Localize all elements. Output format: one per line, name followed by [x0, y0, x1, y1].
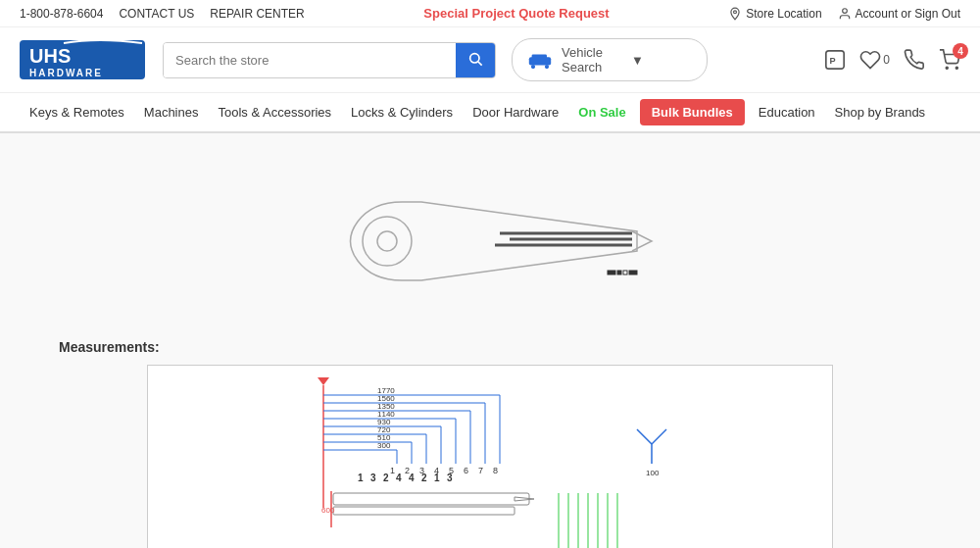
phone-number[interactable]: 1-800-878-6604: [20, 7, 103, 21]
main-content: Measurements: 1770 1560 1350 1140 930 7: [0, 133, 980, 548]
svg-point-13: [946, 67, 948, 69]
top-bar-left: 1-800-878-6604 CONTACT US REPAIR CENTER: [20, 7, 305, 21]
svg-text:6: 6: [464, 466, 468, 475]
svg-line-95: [652, 429, 666, 444]
top-bar-right: Store Location Account or Sign Out: [728, 7, 960, 21]
svg-text:4: 4: [396, 473, 402, 483]
nav-bulk-bundles[interactable]: Bulk Bundles: [640, 99, 745, 125]
svg-text:8: 8: [493, 466, 498, 475]
cart-icon-btn[interactable]: 4: [939, 49, 960, 71]
svg-text:300: 300: [377, 441, 391, 450]
svg-point-15: [363, 217, 412, 266]
svg-text:3: 3: [447, 473, 453, 483]
key-image-container: [304, 173, 676, 310]
search-icon: [467, 51, 483, 67]
svg-point-9: [531, 65, 535, 69]
svg-text:7: 7: [478, 466, 483, 475]
svg-marker-24: [318, 377, 329, 385]
store-location-link[interactable]: Store Location: [728, 7, 821, 21]
svg-rect-66: [333, 493, 529, 505]
nav-locks-cylinders[interactable]: Locks & Cylinders: [341, 93, 463, 131]
header-icons: P 0 4: [824, 49, 960, 71]
header: UHS HARDWARE Vehicle Search ▼: [0, 27, 980, 93]
logo-svg: UHS HARDWARE: [20, 35, 147, 84]
measurements-label: Measurements:: [59, 339, 941, 355]
svg-point-10: [545, 65, 549, 69]
svg-rect-20: [608, 271, 615, 274]
nav-education[interactable]: Education: [749, 93, 825, 131]
phone-icon: [904, 49, 925, 71]
svg-text:HARDWARE: HARDWARE: [29, 68, 103, 78]
contact-link[interactable]: CONTACT US: [119, 7, 194, 21]
key-image-area: [39, 153, 941, 320]
svg-rect-21: [617, 271, 621, 274]
svg-text:P: P: [830, 56, 836, 66]
svg-marker-68: [514, 497, 534, 501]
svg-point-1: [842, 8, 847, 13]
svg-point-0: [734, 10, 737, 13]
key-diagram-image: [304, 173, 676, 310]
nav-tools-accessories[interactable]: Tools & Accessories: [208, 93, 341, 131]
svg-text:600: 600: [321, 506, 335, 515]
svg-point-5: [470, 53, 479, 62]
special-quote-link[interactable]: Special Project Quote Request: [423, 6, 609, 21]
nav-door-hardware[interactable]: Door Hardware: [463, 93, 568, 131]
svg-point-16: [377, 231, 397, 251]
heart-icon: [859, 49, 881, 71]
nav-shop-by-brands[interactable]: Shop by Brands: [825, 93, 936, 131]
measurements-svg: 1770 1560 1350 1140 930 720 510 300: [304, 375, 676, 548]
svg-line-94: [637, 429, 652, 444]
phone-icon-btn[interactable]: [904, 49, 925, 71]
search-input[interactable]: [164, 43, 456, 77]
pricetag-icon: P: [824, 49, 846, 71]
chevron-down-icon: ▼: [631, 53, 693, 68]
svg-rect-67: [333, 507, 514, 515]
nav-on-sale[interactable]: On Sale: [568, 93, 635, 131]
svg-rect-8: [532, 54, 547, 60]
svg-text:1: 1: [434, 473, 440, 483]
nav-machines[interactable]: Machines: [134, 93, 209, 131]
search-button[interactable]: [456, 43, 495, 77]
nav-keys-remotes[interactable]: Keys & Remotes: [20, 93, 134, 131]
svg-rect-23: [629, 271, 637, 274]
svg-point-14: [956, 67, 957, 69]
svg-text:UHS: UHS: [29, 45, 71, 67]
svg-text:2: 2: [421, 473, 427, 483]
pricetag-icon-btn[interactable]: P: [824, 49, 846, 71]
wishlist-count: 0: [883, 53, 890, 67]
repair-link[interactable]: REPAIR CENTER: [210, 7, 304, 21]
location-icon: [728, 7, 742, 21]
account-icon: [838, 7, 852, 21]
car-icon: [526, 51, 554, 69]
svg-text:1: 1: [390, 466, 395, 475]
main-nav: Keys & Remotes Machines Tools & Accessor…: [0, 93, 980, 133]
search-area: [163, 42, 496, 78]
svg-rect-22: [623, 271, 627, 274]
svg-text:3: 3: [370, 473, 376, 483]
top-bar: 1-800-878-6604 CONTACT US REPAIR CENTER …: [0, 0, 980, 27]
svg-text:4: 4: [409, 473, 415, 483]
wishlist-icon-btn[interactable]: 0: [859, 49, 890, 71]
svg-text:2: 2: [383, 473, 389, 483]
account-link[interactable]: Account or Sign Out: [838, 7, 960, 21]
svg-text:100: 100: [646, 469, 660, 477]
cart-badge: 4: [953, 43, 968, 59]
measurements-diagram: 1770 1560 1350 1140 930 720 510 300: [147, 365, 833, 548]
vehicle-search-dropdown[interactable]: Vehicle Search ▼: [512, 38, 708, 81]
svg-text:1: 1: [358, 473, 364, 483]
logo[interactable]: UHS HARDWARE: [20, 35, 147, 84]
svg-line-6: [478, 62, 482, 66]
